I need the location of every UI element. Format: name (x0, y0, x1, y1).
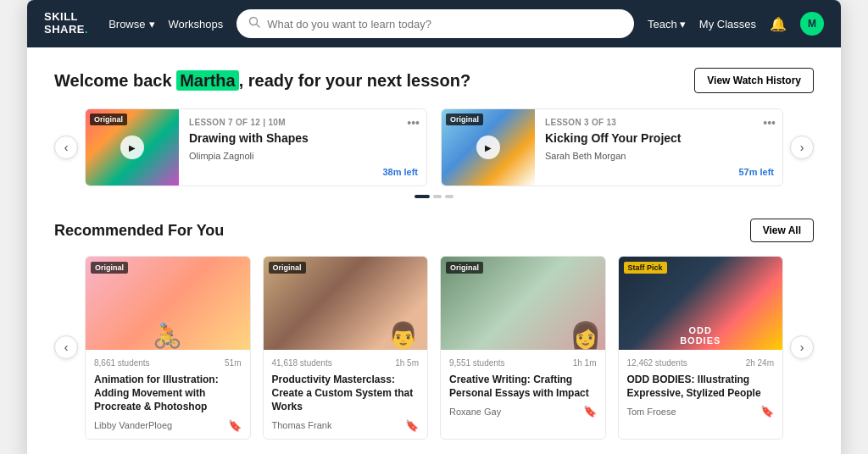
navbar: SKILL SHARE. Browse ▾ Workshops T (27, 0, 841, 47)
teach-nav[interactable]: Teach ▾ (648, 18, 686, 30)
lesson-meta: LESSON 3 OF 13 (545, 118, 772, 127)
username-highlight: Martha (176, 70, 239, 91)
rec-author-row: Roxane Gay 🔖 (449, 405, 597, 418)
search-bar[interactable] (236, 9, 634, 38)
lesson-info: LESSON 7 OF 12 | 10M Drawing with Shapes… (179, 109, 426, 185)
rec-info: 12,462 students 2h 24m ODD BODIES: Illus… (619, 350, 783, 424)
view-history-button[interactable]: View Watch History (694, 68, 814, 93)
workshops-nav[interactable]: Workshops (169, 18, 224, 30)
recommended-header: Recommended For You View All (54, 219, 814, 242)
bookmark-icon[interactable]: 🔖 (405, 419, 419, 432)
recommended-carousel: ‹ Original 🚴 8,661 students 51m Animatio… (54, 256, 814, 440)
rec-author: Thomas Frank (272, 420, 332, 430)
original-badge: Original (446, 262, 483, 274)
lesson-card[interactable]: Original ▶ LESSON 7 OF 12 | 10M Drawing … (85, 108, 427, 186)
rec-title: Productivity Masterclass: Create a Custo… (272, 373, 420, 414)
rec-info: 9,551 students 1h 1m Creative Writing: C… (441, 350, 605, 424)
recommended-card[interactable]: Original 👩 9,551 students 1h 1m Creative… (440, 256, 606, 440)
lesson-time-left: 57m left (738, 167, 774, 177)
rec-title: Creative Writing: Crafting Personal Essa… (449, 373, 597, 400)
rec-thumbnail: Original 🚴 (86, 257, 250, 350)
rec-author-row: Tom Froese 🔖 (627, 405, 775, 418)
lesson-thumbnail: Original ▶ (442, 109, 535, 185)
lesson-carousel: ‹ Original ▶ LESSON 7 OF 12 | 10M Drawin… (54, 108, 814, 186)
rec-stats: 8,661 students 51m (94, 358, 242, 368)
lesson-meta: LESSON 7 OF 12 | 10M (189, 118, 416, 127)
play-button[interactable]: ▶ (120, 136, 144, 159)
rec-author-row: Libby VanderPloeg 🔖 (94, 419, 242, 432)
play-button[interactable]: ▶ (476, 136, 500, 159)
lesson-title: Drawing with Shapes (189, 130, 416, 146)
rec-stats: 12,462 students 2h 24m (627, 358, 775, 368)
original-badge: Original (269, 262, 306, 274)
original-badge: Original (91, 262, 128, 274)
rec-title: Animation for Illustration: Adding Movem… (94, 373, 242, 414)
svg-line-1 (257, 25, 260, 28)
myclasses-nav[interactable]: My Classes (699, 18, 756, 30)
avatar[interactable]: M (800, 12, 824, 36)
rec-carousel-prev-arrow[interactable]: ‹ (54, 335, 78, 359)
carousel-next-arrow[interactable]: › (790, 136, 814, 159)
rec-stats: 9,551 students 1h 1m (449, 358, 597, 368)
chevron-down-icon: ▾ (680, 18, 686, 30)
lesson-info: LESSON 3 OF 13 Kicking Off Your Project … (535, 109, 782, 185)
lesson-author: Sarah Beth Morgan (545, 151, 772, 161)
recommended-card[interactable]: Original 🚴 8,661 students 51m Animation … (85, 256, 251, 440)
rec-info: 41,618 students 1h 5m Productivity Maste… (264, 350, 428, 439)
search-icon (248, 16, 260, 31)
recommended-cards: Original 🚴 8,661 students 51m Animation … (78, 256, 790, 440)
rec-thumbnail: Original 👩 (441, 257, 605, 350)
carousel-dots (54, 195, 814, 198)
logo-share: SHARE. (44, 24, 88, 36)
rec-author-row: Thomas Frank 🔖 (272, 419, 420, 432)
carousel-dot-active[interactable] (415, 195, 430, 198)
more-options-icon[interactable]: ••• (407, 116, 420, 130)
view-all-button[interactable]: View All (750, 219, 814, 242)
bookmark-icon[interactable]: 🔖 (228, 419, 242, 432)
logo-skill: SKILL (44, 11, 88, 24)
rec-carousel-next-arrow[interactable]: › (790, 335, 814, 359)
rec-thumbnail: Staff Pick ODDBODIES (619, 257, 783, 350)
carousel-prev-arrow[interactable]: ‹ (54, 136, 78, 159)
recommended-title: Recommended For You (54, 222, 224, 240)
lesson-thumbnail: Original ▶ (86, 109, 179, 185)
bell-icon[interactable]: 🔔 (770, 16, 787, 32)
lesson-title: Kicking Off Your Project (545, 130, 772, 146)
rec-author: Roxane Gay (449, 407, 501, 417)
recommended-card[interactable]: Original 👨 41,618 students 1h 5m Product… (263, 256, 429, 440)
carousel-dot[interactable] (433, 195, 442, 198)
main-content: Welcome back Martha, ready for your next… (27, 47, 841, 454)
rec-thumbnail: Original 👨 (264, 257, 428, 350)
original-badge: Original (90, 114, 127, 125)
chevron-down-icon: ▾ (149, 18, 155, 30)
rec-info: 8,661 students 51m Animation for Illustr… (86, 350, 250, 439)
welcome-section: Welcome back Martha, ready for your next… (54, 68, 814, 93)
rec-title: ODD BODIES: Illustrating Expressive, Sty… (627, 373, 775, 400)
recommended-card[interactable]: Staff Pick ODDBODIES 12,462 students 2h … (618, 256, 784, 440)
rec-author: Libby VanderPloeg (94, 420, 172, 430)
rec-author: Tom Froese (627, 407, 676, 417)
staff-pick-badge: Staff Pick (624, 262, 667, 274)
search-input[interactable] (267, 18, 622, 30)
browse-nav[interactable]: Browse ▾ (108, 18, 154, 30)
lesson-cards: Original ▶ LESSON 7 OF 12 | 10M Drawing … (78, 108, 790, 186)
lesson-card[interactable]: Original ▶ LESSON 3 OF 13 Kicking Off Yo… (441, 108, 783, 186)
lesson-author: Olimpia Zagnoli (189, 151, 416, 161)
bookmark-icon[interactable]: 🔖 (583, 405, 597, 418)
rec-stats: 41,618 students 1h 5m (272, 358, 420, 368)
bookmark-icon[interactable]: 🔖 (760, 405, 774, 418)
carousel-dot[interactable] (445, 195, 453, 198)
nav-right: Teach ▾ My Classes 🔔 M (648, 12, 824, 36)
more-options-icon[interactable]: ••• (763, 116, 776, 130)
logo[interactable]: SKILL SHARE. (44, 11, 88, 36)
welcome-title: Welcome back Martha, ready for your next… (54, 71, 470, 91)
lesson-time-left: 38m left (382, 167, 418, 177)
original-badge: Original (446, 114, 483, 125)
